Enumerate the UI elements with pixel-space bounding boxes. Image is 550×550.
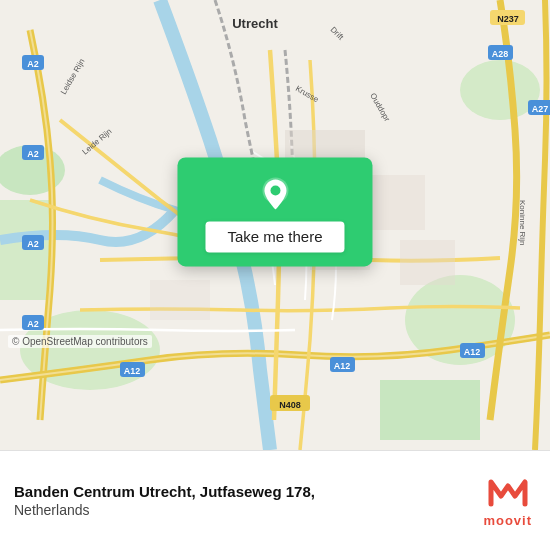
svg-point-42 [270, 185, 280, 195]
svg-text:Utrecht: Utrecht [232, 16, 278, 31]
location-pin-icon [256, 175, 294, 213]
svg-text:A2: A2 [27, 239, 39, 249]
take-me-there-button[interactable]: Take me there [205, 221, 344, 252]
location-title: Banden Centrum Utrecht, Jutfaseweg 178, [14, 483, 315, 500]
moovit-m-icon [487, 474, 529, 513]
app-container: N408 A2 A2 A2 A2 A28 A27 A12 A12 A12 [0, 0, 550, 550]
svg-text:N408: N408 [279, 400, 301, 410]
svg-text:A27: A27 [532, 104, 549, 114]
svg-text:A12: A12 [334, 361, 351, 371]
svg-text:A12: A12 [464, 347, 481, 357]
map-area: N408 A2 A2 A2 A2 A28 A27 A12 A12 A12 [0, 0, 550, 450]
map-copyright: © OpenStreetMap contributors [8, 335, 152, 348]
moovit-logo: moovit [483, 474, 532, 528]
svg-rect-3 [380, 380, 480, 440]
location-popup: Take me there [177, 157, 372, 266]
moovit-label: moovit [483, 513, 532, 528]
svg-text:A2: A2 [27, 319, 39, 329]
location-info: Banden Centrum Utrecht, Jutfaseweg 178, … [14, 483, 315, 518]
svg-text:A28: A28 [492, 49, 509, 59]
svg-text:A2: A2 [27, 59, 39, 69]
svg-rect-40 [150, 280, 210, 320]
svg-text:A12: A12 [124, 366, 141, 376]
svg-text:Koninne Rijn: Koninne Rijn [518, 200, 527, 245]
location-subtitle: Netherlands [14, 502, 315, 518]
info-bar: Banden Centrum Utrecht, Jutfaseweg 178, … [0, 450, 550, 550]
svg-text:A2: A2 [27, 149, 39, 159]
svg-text:N237: N237 [497, 14, 519, 24]
svg-rect-39 [400, 240, 455, 285]
